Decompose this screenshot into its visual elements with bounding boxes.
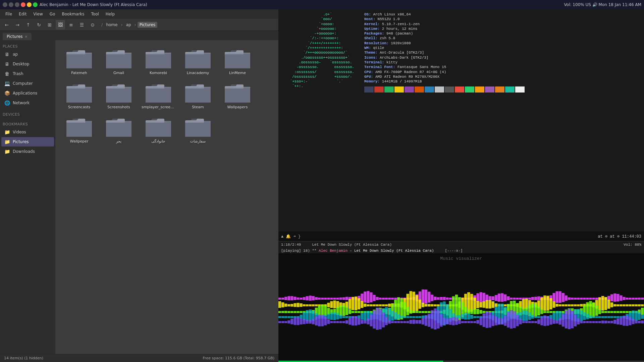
- folder-item[interactable]: Wallpeper: [61, 114, 98, 145]
- svg-rect-8: [225, 54, 250, 68]
- folder-label: سفارشات: [190, 139, 206, 143]
- info-line: WM: qtile: [364, 46, 641, 50]
- folder-icon: [145, 82, 172, 104]
- folder-item[interactable]: Screenshots: [100, 80, 137, 111]
- nav-back-button[interactable]: ←: [2, 20, 11, 29]
- folder-item[interactable]: خانوادگی: [140, 114, 177, 145]
- sidebar-item-desktop[interactable]: 🖥 Desktop: [1, 59, 54, 69]
- sidebar-item-network[interactable]: 🌐 Network: [1, 98, 54, 108]
- svg-rect-11: [66, 87, 85, 88]
- music-progress-bar-container[interactable]: [278, 361, 644, 362]
- menu-file[interactable]: File: [3, 11, 15, 17]
- view-list-button[interactable]: ≡: [66, 20, 76, 29]
- music-mode: [----x-]: [436, 249, 463, 253]
- nav-forward-button[interactable]: →: [13, 20, 22, 29]
- folder-item[interactable]: Screencasts: [61, 80, 98, 111]
- window-controls[interactable]: [3, 2, 38, 7]
- folder-svg: [184, 82, 211, 104]
- color-block: [374, 86, 384, 93]
- sidebar-item-videos[interactable]: 📁 Videos: [1, 127, 54, 137]
- svg-rect-24: [146, 122, 171, 137]
- folder-item[interactable]: Linacademy: [179, 46, 216, 77]
- tab-pictures[interactable]: Pictures ✕: [3, 33, 32, 40]
- nav-up-button[interactable]: ↑: [23, 20, 33, 29]
- menu-edit[interactable]: Edit: [16, 11, 29, 17]
- svg-rect-9: [225, 53, 244, 54]
- menu-go[interactable]: Go: [47, 11, 58, 17]
- visualizer-layer: [278, 308, 644, 330]
- window-dot-1[interactable]: [3, 2, 7, 7]
- folder-item[interactable]: Fatemeh: [61, 46, 98, 77]
- menu-tool[interactable]: Tool: [89, 11, 102, 17]
- music-info: 1:18/2:49 Let Me Down Slowly (Ft Alessia…: [278, 241, 644, 248]
- window-minimize[interactable]: [27, 2, 32, 7]
- folder-item[interactable]: Komorebi: [140, 46, 177, 77]
- folder-svg: [105, 116, 132, 138]
- folder-item[interactable]: smplayer_screenshot: [140, 80, 177, 111]
- view-icon-button[interactable]: 🖼: [56, 20, 65, 29]
- color-block: [465, 86, 474, 93]
- folder-svg: [66, 116, 93, 138]
- window-maximize[interactable]: [33, 2, 38, 7]
- titlebar-left: Alec Benjamin - Let Me Down Slowly (Ft A…: [3, 2, 147, 7]
- menu-help[interactable]: Help: [103, 11, 117, 17]
- svg-rect-14: [146, 88, 171, 103]
- sidebar-pictures-label: Pictures: [13, 139, 29, 144]
- terminal-prompt[interactable]: ▲ 🔔 ➜ } at ⊙ at ⊙ 11:44:03: [278, 232, 644, 241]
- info-line: Shell: zsh 5.8: [364, 36, 641, 41]
- info-key: Packages:: [364, 32, 384, 36]
- sidebar-item-downloads[interactable]: 📁 Downloads: [1, 147, 54, 156]
- folder-item[interactable]: Wallpapers: [219, 80, 256, 111]
- sidebar-item-trash[interactable]: 🗑 Trash: [1, 69, 54, 78]
- info-key: CPU:: [364, 70, 373, 74]
- info-val: zsh 5.8: [378, 36, 395, 40]
- reload-button[interactable]: ↻: [34, 20, 44, 29]
- window-dot-3[interactable]: [15, 2, 19, 7]
- folder-icon: [184, 82, 211, 104]
- menu-view[interactable]: View: [31, 11, 45, 17]
- terminal-area[interactable]: .o+` `ooo/ `+oooo: `+oooooo: -+oooooo+: …: [278, 9, 644, 232]
- folder-item[interactable]: Steam: [179, 80, 216, 111]
- view-grid-button[interactable]: ⊞: [45, 20, 54, 29]
- folder-label: Linacademy: [187, 71, 209, 75]
- window-dot-2[interactable]: [9, 2, 13, 7]
- folder-icon: [66, 48, 93, 69]
- svg-rect-22: [106, 122, 131, 137]
- folder-item[interactable]: بحر: [100, 114, 137, 145]
- info-val: AMD ATI Radeon R9 M270X/M280X: [373, 75, 439, 79]
- sidebar-item-applications[interactable]: 📦 Applications: [1, 88, 54, 98]
- info-val: N551ZU 1.0: [375, 17, 400, 21]
- tab-close-button[interactable]: ✕: [25, 35, 28, 39]
- sidebar-item-pictures[interactable]: 📁 Pictures: [1, 137, 54, 146]
- info-key: Resolution:: [364, 41, 389, 45]
- svg-rect-25: [146, 121, 164, 123]
- sidebar-item-computer[interactable]: 💻 Computer: [1, 79, 54, 88]
- info-val: Fantasque Sans Mono 15: [395, 65, 446, 69]
- content-area: Places 🖥 ap 🖥 Desktop 🗑 Trash 💻 Computer: [0, 40, 278, 354]
- folder-label: Screencasts: [68, 105, 90, 109]
- neofetch-info-text: OS: Arch Linux x86_64Host: N551ZU 1.0Ker…: [364, 12, 641, 84]
- view-extra-button[interactable]: ⊙: [88, 20, 97, 29]
- folder-item[interactable]: سفارشات: [179, 114, 216, 145]
- folder-item[interactable]: LinMeme: [219, 46, 256, 77]
- window-close[interactable]: [21, 2, 25, 7]
- music-dash: –: [350, 249, 354, 253]
- svg-rect-1: [66, 53, 85, 54]
- folder-icon: [66, 116, 93, 138]
- breadcrumb-pictures[interactable]: Pictures: [138, 22, 158, 28]
- info-key: WM:: [364, 46, 371, 50]
- breadcrumb-home[interactable]: home: [104, 22, 119, 28]
- menu-bookmarks[interactable]: Bookmarks: [59, 11, 87, 17]
- breadcrumb-ap[interactable]: ap: [124, 22, 133, 28]
- svg-rect-26: [185, 122, 211, 137]
- folder-item[interactable]: Gmail: [100, 46, 137, 77]
- sidebar-item-ap[interactable]: 🖥 ap: [1, 50, 54, 59]
- info-line: Resolution: 644x362: [364, 41, 641, 46]
- info-key: Host:: [364, 17, 375, 21]
- svg-rect-7: [185, 53, 204, 54]
- titlebar-title: Alec Benjamin - Let Me Down Slowly (Ft A…: [40, 2, 147, 7]
- desktop-icon: 🖥: [4, 61, 10, 67]
- folder-label: Wallpapers: [227, 105, 248, 109]
- view-detail-button[interactable]: ☰: [77, 20, 87, 29]
- color-block: [475, 86, 484, 93]
